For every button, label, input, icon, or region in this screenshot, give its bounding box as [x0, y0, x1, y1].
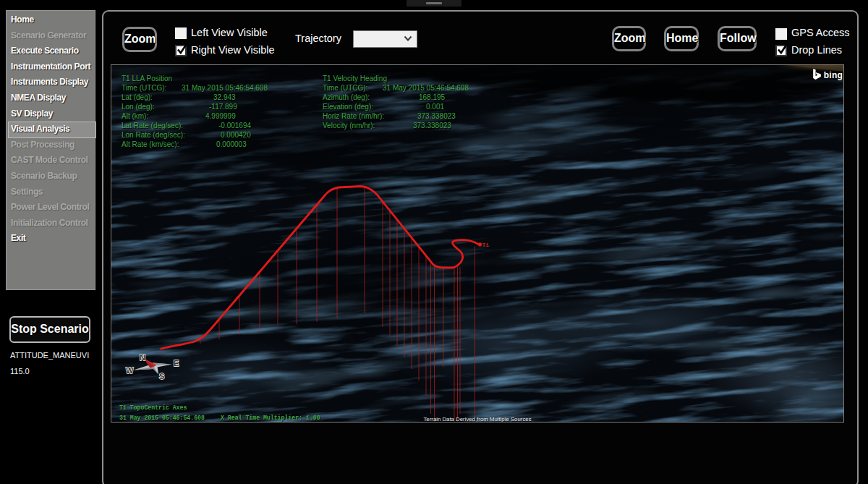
svg-text:E: E	[174, 359, 179, 368]
svg-text:S: S	[159, 372, 164, 381]
svg-text:T1: T1	[482, 242, 490, 248]
svg-text:N: N	[140, 353, 145, 362]
svg-text:W: W	[126, 366, 134, 375]
